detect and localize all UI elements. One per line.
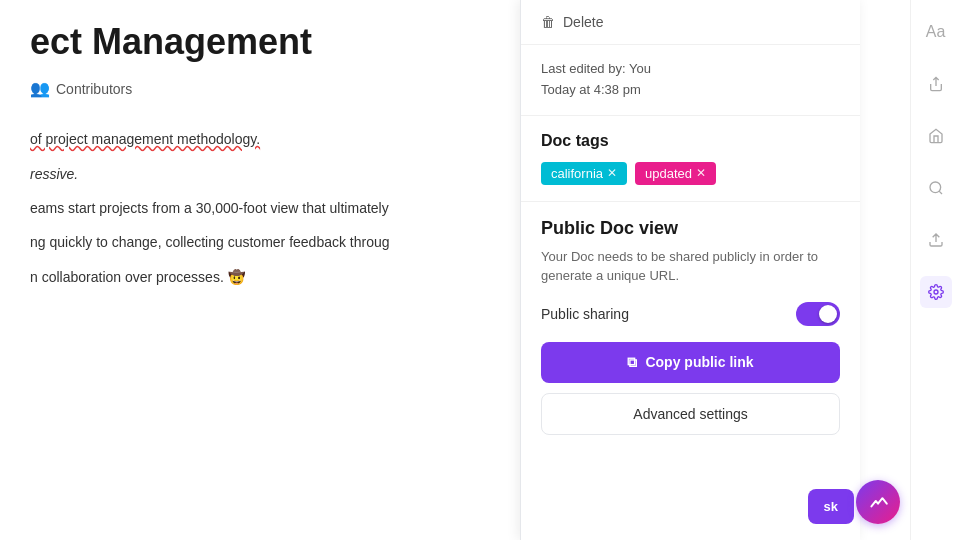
panel-overlay: 🗑 Delete Last edited by: You Today at 4:… (520, 0, 860, 540)
task-button[interactable]: sk (808, 489, 854, 524)
body-para-1: of project management methodology. (30, 128, 490, 150)
tag-updated[interactable]: updated ✕ (635, 162, 716, 185)
panel-meta: Last edited by: You Today at 4:38 pm (521, 45, 860, 116)
clickup-button[interactable] (856, 480, 900, 524)
settings-icon[interactable] (920, 276, 952, 308)
body-para-2: ressive. (30, 163, 490, 185)
search-icon[interactable] (920, 172, 952, 204)
last-edited-line1: Last edited by: You (541, 59, 840, 80)
copy-public-link-button[interactable]: ⧉ Copy public link (541, 342, 840, 383)
svg-point-2 (934, 290, 938, 294)
toggle-knob (819, 305, 837, 323)
copy-link-icon: ⧉ (627, 354, 637, 371)
doc-tags-section: Doc tags california ✕ updated ✕ (521, 116, 860, 202)
svg-point-0 (930, 182, 941, 193)
doc-tags-title: Doc tags (541, 132, 840, 150)
doc-tags-container: california ✕ updated ✕ (541, 162, 840, 185)
body-para-5: n collaboration over processes. 🤠 (30, 266, 490, 288)
body-text-2: ressive. (30, 166, 78, 182)
body-para-4: ng quickly to change, collecting custome… (30, 231, 490, 253)
copy-link-label: Copy public link (645, 354, 753, 370)
task-label: sk (824, 499, 838, 514)
contributors-label: Contributors (56, 81, 132, 97)
page-title: ect Management (30, 20, 490, 63)
tag-california-remove[interactable]: ✕ (607, 166, 617, 180)
public-doc-desc: Your Doc needs to be shared publicly in … (541, 247, 840, 286)
font-icon[interactable]: Aa (920, 16, 952, 48)
body-text: of project management methodology. ressi… (30, 128, 490, 288)
delete-label: Delete (563, 14, 603, 30)
svg-line-1 (939, 191, 942, 194)
public-sharing-toggle[interactable] (796, 302, 840, 326)
upload-icon[interactable] (920, 224, 952, 256)
tag-updated-remove[interactable]: ✕ (696, 166, 706, 180)
trash-icon: 🗑 (541, 14, 555, 30)
public-doc-section: Public Doc view Your Doc needs to be sha… (521, 202, 860, 451)
public-doc-title: Public Doc view (541, 218, 840, 239)
tag-california-label: california (551, 166, 603, 181)
advanced-settings-label: Advanced settings (633, 406, 747, 422)
advanced-settings-button[interactable]: Advanced settings (541, 393, 840, 435)
last-edited-line2: Today at 4:38 pm (541, 80, 840, 101)
delete-row[interactable]: 🗑 Delete (521, 0, 860, 45)
main-content: ect Management 👥 Contributors of project… (0, 0, 520, 540)
contributors-icon: 👥 (30, 79, 50, 98)
tag-updated-label: updated (645, 166, 692, 181)
right-sidebar: Aa (910, 0, 960, 540)
share-icon[interactable] (920, 68, 952, 100)
home-icon[interactable] (920, 120, 952, 152)
body-text-1: of project management methodology. (30, 131, 260, 147)
public-sharing-label: Public sharing (541, 306, 629, 322)
contributors-row[interactable]: 👥 Contributors (30, 79, 490, 98)
body-para-3: eams start projects from a 30,000-foot v… (30, 197, 490, 219)
sharing-row: Public sharing (541, 302, 840, 326)
tag-california[interactable]: california ✕ (541, 162, 627, 185)
